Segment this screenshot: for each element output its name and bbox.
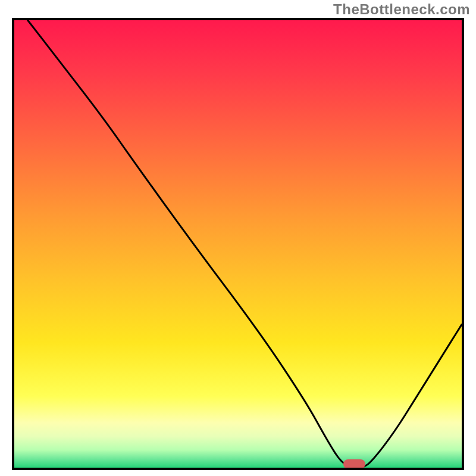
optimal-marker [343, 459, 366, 469]
chart-plot-area [12, 18, 464, 470]
watermark-text: TheBottleneck.com [333, 1, 470, 18]
bottleneck-curve [14, 20, 462, 468]
